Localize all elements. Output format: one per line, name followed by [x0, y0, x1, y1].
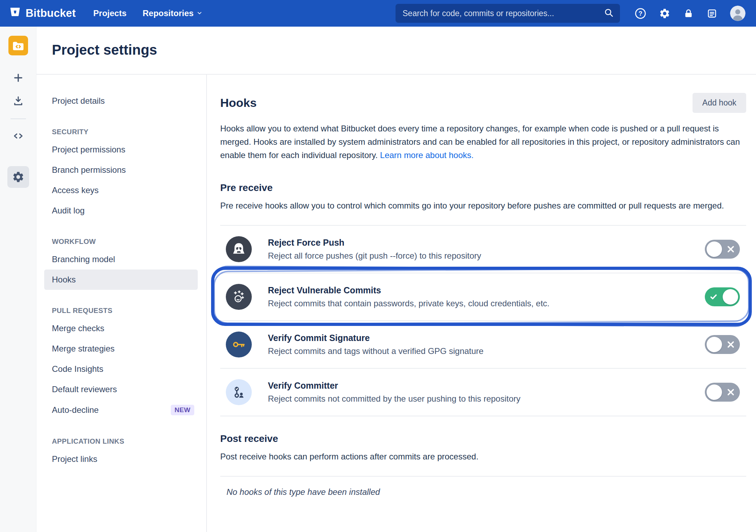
nav-repositories-label: Repositories: [143, 8, 194, 18]
darth-vader-icon: [226, 236, 252, 262]
nav-repositories[interactable]: Repositories: [143, 8, 203, 18]
svg-text:?: ?: [639, 10, 642, 17]
sidebar-item-project-permissions[interactable]: Project permissions: [44, 139, 198, 160]
post-receive-heading: Post receive: [220, 433, 746, 444]
code-icon[interactable]: [10, 128, 27, 144]
search-icon: [604, 8, 614, 19]
sidebar-item-merge-strategies[interactable]: Merge strategies: [44, 339, 198, 359]
hook-text: Reject Force Push Reject all force pushe…: [268, 238, 481, 261]
new-badge: NEW: [171, 405, 194, 415]
feedback-icon[interactable]: [707, 8, 717, 19]
face-with-stars-icon: [226, 284, 252, 310]
bitbucket-bucket-icon: [9, 6, 21, 21]
hook-row-verify-committer: Verify Committer Reject commits not comm…: [220, 368, 746, 416]
pre-receive-description: Pre receive hooks allow you to control w…: [220, 199, 746, 212]
hooks-panel: Hooks Add hook Hooks allow you to extend…: [207, 75, 756, 532]
navbar-actions: ?: [635, 6, 745, 21]
bitbucket-logo[interactable]: Bitbucket: [9, 6, 76, 21]
sidebar-item-hooks[interactable]: Hooks: [44, 270, 198, 290]
toggle-knob: [707, 241, 722, 257]
sidebar-item-access-keys[interactable]: Access keys: [44, 180, 198, 200]
hooks-intro: Hooks allow you to extend what Bitbucket…: [220, 122, 746, 162]
post-receive-description: Post receive hooks can perform actions a…: [220, 450, 746, 463]
top-navbar: Bitbucket Projects Repositories ?: [0, 0, 756, 27]
empty-hooks-message: No hooks of this type have been installe…: [227, 487, 746, 497]
hooks-title: Hooks: [220, 96, 257, 110]
sidebar-item-auto-decline[interactable]: Auto-decline NEW: [44, 400, 198, 421]
sidebar-heading-application-links: APPLICATION LINKS: [52, 437, 198, 445]
hook-text: Verify Commit Signature Reject commits a…: [268, 333, 484, 356]
hook-description: Reject commits that contain passwords, p…: [268, 299, 549, 308]
hook-name: Verify Committer: [268, 381, 520, 391]
user-avatar[interactable]: [730, 6, 745, 21]
settings-gear-icon[interactable]: [7, 166, 29, 188]
sidebar-item-code-insights[interactable]: Code Insights: [44, 359, 198, 379]
download-icon[interactable]: [10, 93, 27, 109]
lock-icon[interactable]: [683, 8, 694, 19]
sidebar-heading-pull-requests: PULL REQUESTS: [52, 307, 198, 315]
toggle-knob: [707, 337, 722, 352]
sidebar-item-audit-log[interactable]: Audit log: [44, 200, 198, 221]
hook-list: Reject Force Push Reject all force pushe…: [220, 225, 746, 416]
help-icon[interactable]: ?: [635, 8, 646, 19]
global-search: [396, 4, 620, 23]
sidebar-heading-security: SECURITY: [52, 128, 198, 136]
toggle-knob: [707, 384, 722, 400]
toggle-reject-force-push[interactable]: [705, 240, 740, 259]
committer-graph-icon: [226, 379, 252, 405]
add-hook-button[interactable]: Add hook: [693, 93, 746, 113]
nav-projects[interactable]: Projects: [93, 8, 127, 18]
hook-row-verify-commit-signature: Verify Commit Signature Reject commits a…: [220, 320, 746, 368]
sidebar-item-branching-model[interactable]: Branching model: [44, 249, 198, 270]
hook-description: Reject commits and tags without a verifi…: [268, 346, 484, 356]
hook-text: Reject Vulnerable Commits Reject commits…: [268, 285, 549, 308]
sidebar-heading-workflow: WORKFLOW: [52, 238, 198, 246]
search-input[interactable]: [402, 8, 604, 19]
pre-receive-heading: Pre receive: [220, 182, 746, 193]
toggle-verify-committer[interactable]: [705, 383, 740, 402]
hook-name: Reject Force Push: [268, 238, 481, 248]
hook-description: Reject all force pushes (git push --forc…: [268, 251, 481, 261]
project-avatar[interactable]: [8, 36, 28, 55]
navbar-menu: Projects Repositories: [93, 8, 203, 18]
auto-decline-label: Auto-decline: [52, 405, 99, 415]
create-plus-icon[interactable]: [10, 69, 27, 86]
rail-divider: [11, 118, 26, 119]
learn-more-link[interactable]: Learn more about hooks.: [380, 150, 474, 160]
key-icon: [226, 332, 252, 357]
toggle-knob: [723, 289, 738, 305]
page-title: Project settings: [52, 42, 756, 58]
brand-name: Bitbucket: [26, 7, 76, 20]
sidebar-item-default-reviewers[interactable]: Default reviewers: [44, 379, 198, 400]
toggle-verify-commit-signature[interactable]: [705, 335, 740, 354]
toggle-reject-vulnerable-commits[interactable]: [705, 287, 740, 306]
gear-icon[interactable]: [659, 8, 670, 19]
chevron-down-icon: [196, 8, 203, 18]
sidebar-item-project-details[interactable]: Project details: [44, 91, 198, 111]
hook-text: Verify Committer Reject commits not comm…: [268, 381, 520, 404]
hook-description: Reject commits not committed by the user…: [268, 394, 520, 404]
sidebar-item-project-links[interactable]: Project links: [44, 449, 198, 469]
hooks-intro-text: Hooks allow you to extend what Bitbucket…: [220, 124, 740, 160]
sidebar-item-branch-permissions[interactable]: Branch permissions: [44, 160, 198, 180]
post-receive-divider: [220, 476, 746, 477]
sidebar-item-merge-checks[interactable]: Merge checks: [44, 318, 198, 339]
hook-name: Verify Commit Signature: [268, 333, 484, 343]
hook-row-reject-force-push: Reject Force Push Reject all force pushe…: [220, 225, 746, 273]
settings-nav: Project details SECURITY Project permiss…: [36, 75, 207, 532]
project-rail: [0, 27, 36, 532]
hook-name: Reject Vulnerable Commits: [268, 285, 549, 295]
hook-row-reject-vulnerable-commits: Reject Vulnerable Commits Reject commits…: [220, 273, 746, 320]
